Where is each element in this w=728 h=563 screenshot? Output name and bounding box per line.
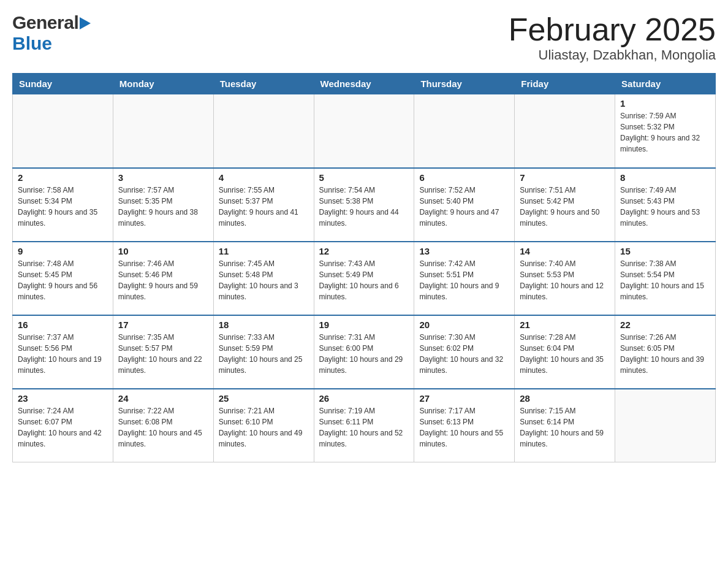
day-number: 3 [118,172,208,183]
calendar-day-cell: 24Sunrise: 7:22 AM Sunset: 6:08 PM Dayli… [113,389,213,462]
calendar-week-row: 2Sunrise: 7:58 AM Sunset: 5:34 PM Daylig… [13,168,716,242]
day-number: 17 [118,320,208,330]
day-info: Sunrise: 7:21 AM Sunset: 6:10 PM Dayligh… [219,405,309,450]
day-number: 5 [319,172,409,183]
day-number: 16 [18,320,108,330]
calendar-day-cell: 26Sunrise: 7:19 AM Sunset: 6:11 PM Dayli… [314,389,414,462]
day-number: 25 [219,393,309,404]
page-subtitle: Uliastay, Dzabkhan, Mongolia [509,47,716,63]
day-info: Sunrise: 7:38 AM Sunset: 5:54 PM Dayligh… [620,258,710,302]
calendar-day-cell: 16Sunrise: 7:37 AM Sunset: 5:56 PM Dayli… [13,315,113,389]
day-number: 15 [620,246,710,256]
day-number: 7 [520,172,610,183]
calendar-week-row: 16Sunrise: 7:37 AM Sunset: 5:56 PM Dayli… [13,315,716,389]
logo: General Blue [12,12,91,54]
day-number: 13 [419,246,509,256]
logo-arrow-icon [80,17,91,32]
calendar-day-cell [414,94,515,168]
day-number: 6 [419,172,509,183]
day-info: Sunrise: 7:17 AM Sunset: 6:13 PM Dayligh… [419,405,509,450]
calendar-day-cell: 23Sunrise: 7:24 AM Sunset: 6:07 PM Dayli… [13,389,113,462]
calendar-day-cell [615,389,716,462]
page-header: General Blue February 2025 Uliastay, Dza… [12,12,716,63]
page-title: February 2025 [509,12,716,47]
weekday-header-sunday: Sunday [13,74,113,94]
calendar-day-cell: 5Sunrise: 7:54 AM Sunset: 5:38 PM Daylig… [314,168,414,242]
logo-blue-text: Blue [12,33,52,53]
calendar-day-cell: 20Sunrise: 7:30 AM Sunset: 6:02 PM Dayli… [414,315,515,389]
day-number: 27 [419,393,509,404]
day-number: 4 [219,172,309,183]
day-number: 9 [18,246,108,256]
calendar-day-cell: 22Sunrise: 7:26 AM Sunset: 6:05 PM Dayli… [615,315,716,389]
calendar-day-cell: 2Sunrise: 7:58 AM Sunset: 5:34 PM Daylig… [13,168,113,242]
day-info: Sunrise: 7:49 AM Sunset: 5:43 PM Dayligh… [620,185,710,229]
title-block: February 2025 Uliastay, Dzabkhan, Mongol… [509,12,716,63]
day-number: 23 [18,393,108,404]
calendar-day-cell [213,94,314,168]
calendar-day-cell: 11Sunrise: 7:45 AM Sunset: 5:48 PM Dayli… [213,242,314,315]
calendar-day-cell: 10Sunrise: 7:46 AM Sunset: 5:46 PM Dayli… [113,242,213,315]
day-number: 24 [118,393,208,404]
day-info: Sunrise: 7:22 AM Sunset: 6:08 PM Dayligh… [118,405,208,450]
calendar-day-cell: 17Sunrise: 7:35 AM Sunset: 5:57 PM Dayli… [113,315,213,389]
calendar-day-cell: 9Sunrise: 7:48 AM Sunset: 5:45 PM Daylig… [13,242,113,315]
day-info: Sunrise: 7:57 AM Sunset: 5:35 PM Dayligh… [118,185,208,229]
calendar-day-cell: 7Sunrise: 7:51 AM Sunset: 5:42 PM Daylig… [515,168,615,242]
calendar-day-cell: 8Sunrise: 7:49 AM Sunset: 5:43 PM Daylig… [615,168,716,242]
calendar-day-cell: 3Sunrise: 7:57 AM Sunset: 5:35 PM Daylig… [113,168,213,242]
day-number: 28 [520,393,610,404]
day-info: Sunrise: 7:46 AM Sunset: 5:46 PM Dayligh… [118,258,208,302]
weekday-header-tuesday: Tuesday [213,74,314,94]
day-info: Sunrise: 7:30 AM Sunset: 6:02 PM Dayligh… [419,332,509,376]
weekday-header-saturday: Saturday [615,74,716,94]
day-info: Sunrise: 7:33 AM Sunset: 5:59 PM Dayligh… [219,332,309,376]
day-info: Sunrise: 7:52 AM Sunset: 5:40 PM Dayligh… [419,185,509,229]
calendar-week-row: 23Sunrise: 7:24 AM Sunset: 6:07 PM Dayli… [13,389,716,462]
day-info: Sunrise: 7:40 AM Sunset: 5:53 PM Dayligh… [520,258,610,302]
calendar-day-cell [113,94,213,168]
day-info: Sunrise: 7:59 AM Sunset: 5:32 PM Dayligh… [620,110,710,155]
calendar-day-cell: 1Sunrise: 7:59 AM Sunset: 5:32 PM Daylig… [615,94,716,168]
day-number: 18 [219,320,309,330]
day-number: 14 [520,246,610,256]
calendar-week-row: 9Sunrise: 7:48 AM Sunset: 5:45 PM Daylig… [13,242,716,315]
day-info: Sunrise: 7:35 AM Sunset: 5:57 PM Dayligh… [118,332,208,376]
day-info: Sunrise: 7:24 AM Sunset: 6:07 PM Dayligh… [18,405,108,450]
calendar-header-row: SundayMondayTuesdayWednesdayThursdayFrid… [13,74,716,94]
day-info: Sunrise: 7:15 AM Sunset: 6:14 PM Dayligh… [520,405,610,450]
day-info: Sunrise: 7:19 AM Sunset: 6:11 PM Dayligh… [319,405,409,450]
calendar-day-cell: 12Sunrise: 7:43 AM Sunset: 5:49 PM Dayli… [314,242,414,315]
calendar-day-cell: 15Sunrise: 7:38 AM Sunset: 5:54 PM Dayli… [615,242,716,315]
calendar-day-cell [314,94,414,168]
calendar-day-cell: 21Sunrise: 7:28 AM Sunset: 6:04 PM Dayli… [515,315,615,389]
day-info: Sunrise: 7:26 AM Sunset: 6:05 PM Dayligh… [620,332,710,376]
calendar-day-cell: 6Sunrise: 7:52 AM Sunset: 5:40 PM Daylig… [414,168,515,242]
calendar-week-row: 1Sunrise: 7:59 AM Sunset: 5:32 PM Daylig… [13,94,716,168]
day-number: 20 [419,320,509,330]
day-info: Sunrise: 7:51 AM Sunset: 5:42 PM Dayligh… [520,185,610,229]
day-number: 11 [219,246,309,256]
day-info: Sunrise: 7:28 AM Sunset: 6:04 PM Dayligh… [520,332,610,376]
svg-marker-0 [80,17,91,29]
calendar-day-cell: 14Sunrise: 7:40 AM Sunset: 5:53 PM Dayli… [515,242,615,315]
day-info: Sunrise: 7:37 AM Sunset: 5:56 PM Dayligh… [18,332,108,376]
weekday-header-wednesday: Wednesday [314,74,414,94]
day-number: 12 [319,246,409,256]
day-info: Sunrise: 7:31 AM Sunset: 6:00 PM Dayligh… [319,332,409,376]
day-info: Sunrise: 7:45 AM Sunset: 5:48 PM Dayligh… [219,258,309,302]
day-number: 8 [620,172,710,183]
day-number: 10 [118,246,208,256]
day-number: 22 [620,320,710,330]
day-info: Sunrise: 7:48 AM Sunset: 5:45 PM Dayligh… [18,258,108,302]
weekday-header-thursday: Thursday [414,74,515,94]
day-number: 19 [319,320,409,330]
day-info: Sunrise: 7:43 AM Sunset: 5:49 PM Dayligh… [319,258,409,302]
day-info: Sunrise: 7:55 AM Sunset: 5:37 PM Dayligh… [219,185,309,229]
day-info: Sunrise: 7:42 AM Sunset: 5:51 PM Dayligh… [419,258,509,302]
calendar-day-cell: 28Sunrise: 7:15 AM Sunset: 6:14 PM Dayli… [515,389,615,462]
logo-general-text: General [12,12,78,33]
calendar-day-cell: 25Sunrise: 7:21 AM Sunset: 6:10 PM Dayli… [213,389,314,462]
calendar-day-cell [13,94,113,168]
weekday-header-monday: Monday [113,74,213,94]
